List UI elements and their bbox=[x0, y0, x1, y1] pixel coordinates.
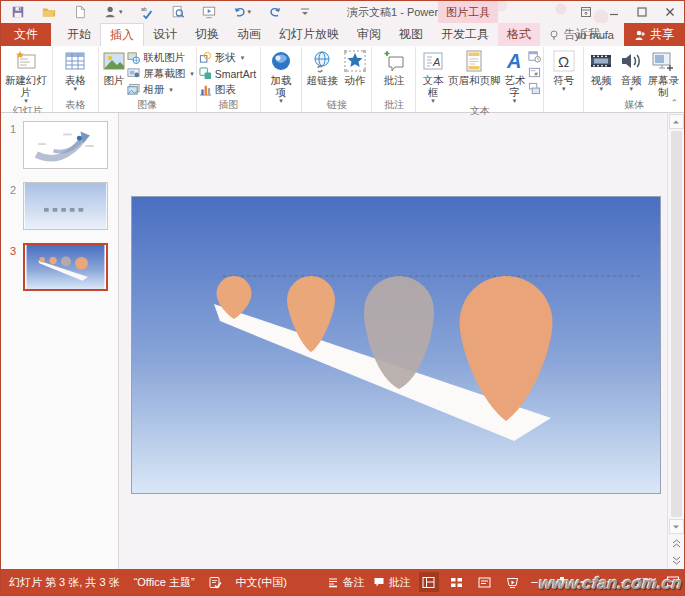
slide-thumbnail-3[interactable]: 3 bbox=[23, 243, 108, 291]
comments-toggle[interactable]: 批注 bbox=[373, 575, 411, 590]
new-document-button[interactable] bbox=[73, 3, 87, 21]
slideshow-view-icon bbox=[506, 576, 519, 589]
wordart-label: 艺术字 bbox=[501, 74, 529, 98]
screen-recording-icon bbox=[651, 49, 675, 73]
minimize-button[interactable] bbox=[600, 1, 628, 23]
maximize-button[interactable] bbox=[628, 1, 656, 23]
group-label-links: 链接 bbox=[304, 98, 369, 112]
slide-thumbnail-1[interactable]: 1 bbox=[23, 121, 108, 169]
open-button[interactable] bbox=[42, 3, 56, 21]
object-icon[interactable] bbox=[528, 82, 541, 95]
tab-file[interactable]: 文件 bbox=[1, 23, 51, 46]
add-ins-button[interactable]: 加载项 bbox=[266, 47, 296, 104]
spelling-button[interactable]: ab bbox=[140, 3, 154, 21]
redo-button[interactable] bbox=[268, 3, 282, 21]
tab-design[interactable]: 设计 bbox=[144, 23, 186, 46]
start-slideshow-button[interactable] bbox=[202, 3, 216, 21]
scrollbar-thumb[interactable] bbox=[671, 131, 682, 517]
tab-slideshow[interactable]: 幻灯片放映 bbox=[270, 23, 348, 46]
slide-editing-area[interactable] bbox=[119, 113, 667, 569]
normal-view-button[interactable] bbox=[419, 572, 439, 592]
screen-recording-button[interactable]: 屏幕录制 bbox=[646, 47, 680, 98]
audio-button[interactable]: 音频 bbox=[616, 47, 646, 92]
screen-recording-label: 屏幕录制 bbox=[646, 74, 680, 98]
tab-home[interactable]: 开始 bbox=[58, 23, 100, 46]
slide-canvas[interactable] bbox=[132, 197, 660, 493]
previous-slide-button[interactable] bbox=[669, 536, 684, 551]
hyperlink-icon bbox=[310, 49, 334, 73]
print-preview-button[interactable] bbox=[171, 3, 185, 21]
proofing-status[interactable] bbox=[209, 576, 222, 589]
zoom-percentage[interactable]: 57% bbox=[636, 576, 658, 588]
audio-icon bbox=[619, 49, 643, 73]
ribbon-display-options-button[interactable] bbox=[572, 1, 600, 23]
tab-animations[interactable]: 动画 bbox=[228, 23, 270, 46]
action-button[interactable]: 动作 bbox=[340, 47, 370, 86]
slideshow-view-button[interactable] bbox=[503, 572, 523, 592]
slide-number-icon[interactable]: # bbox=[528, 66, 541, 79]
shapes-button[interactable]: 形状 bbox=[199, 50, 256, 65]
new-slide-button[interactable]: 新建幻灯片 bbox=[5, 47, 47, 104]
online-pictures-button[interactable]: 联机图片 bbox=[127, 50, 194, 65]
person-icon bbox=[104, 5, 118, 19]
tab-review[interactable]: 审阅 bbox=[348, 23, 390, 46]
language-status[interactable]: 中文(中国) bbox=[236, 575, 287, 590]
video-button[interactable]: 视频 bbox=[586, 47, 616, 92]
slide-1-preview bbox=[23, 121, 108, 169]
user-name[interactable]: yu mufa bbox=[565, 23, 624, 46]
next-slide-button[interactable] bbox=[669, 553, 684, 568]
text-box-label: 文本框 bbox=[418, 74, 447, 98]
tab-picture-format[interactable]: 格式 bbox=[498, 23, 540, 46]
zoom-in-button[interactable]: + bbox=[620, 576, 628, 589]
close-icon bbox=[664, 6, 676, 18]
group-table: 表格 表格 bbox=[53, 47, 99, 112]
slide-thumbnail-2[interactable]: 2 bbox=[23, 182, 108, 230]
notes-toggle[interactable]: 备注 bbox=[327, 575, 365, 590]
tab-transitions[interactable]: 切换 bbox=[186, 23, 228, 46]
arrow-up-icon bbox=[672, 118, 680, 126]
close-button[interactable] bbox=[656, 1, 684, 23]
symbol-label: 符号 bbox=[553, 74, 574, 86]
dropdown-arrow-icon: ▾ bbox=[119, 8, 123, 16]
slide-counter[interactable]: 幻灯片 第 3 张, 共 3 张 bbox=[9, 575, 120, 590]
group-label-media: 媒体 bbox=[586, 98, 682, 112]
customize-qat-button[interactable] bbox=[299, 3, 311, 21]
pictures-button[interactable]: 图片 bbox=[101, 47, 127, 86]
date-time-icon[interactable] bbox=[528, 50, 541, 63]
collapse-ribbon-button[interactable]: ⌃ bbox=[670, 98, 678, 108]
hyperlink-button[interactable]: 超链接 bbox=[304, 47, 339, 86]
quick-access-toolbar: ▾ ab ▾ bbox=[1, 3, 311, 21]
fit-slide-button[interactable] bbox=[666, 575, 680, 590]
zoom-slider[interactable] bbox=[546, 581, 612, 583]
tab-insert[interactable]: 插入 bbox=[100, 23, 144, 46]
scroll-up-button[interactable] bbox=[669, 114, 684, 129]
tab-developer[interactable]: 开发工具 bbox=[432, 23, 498, 46]
smartart-button[interactable]: SmartArt bbox=[199, 66, 256, 81]
text-box-button[interactable]: A 文本框 bbox=[418, 47, 447, 104]
group-illustrations: 形状 SmartArt 图表 插图 bbox=[197, 47, 261, 112]
symbol-button[interactable]: Ω 符号 bbox=[549, 47, 579, 92]
maximize-icon bbox=[636, 6, 648, 18]
save-button[interactable] bbox=[11, 3, 25, 21]
slide-thumbnail-panel: 1 2 bbox=[1, 113, 119, 569]
chart-button[interactable]: 图表 bbox=[199, 82, 256, 97]
action-icon bbox=[343, 49, 367, 73]
header-footer-button[interactable]: 页眉和页脚 bbox=[448, 47, 501, 86]
presenter-button[interactable]: ▾ bbox=[104, 3, 123, 21]
tab-view[interactable]: 视图 bbox=[390, 23, 432, 46]
ribbon-tab-bar: 文件 开始 插入 设计 切换 动画 幻灯片放映 审阅 视图 开发工具 格式 告诉… bbox=[1, 23, 684, 46]
double-chevron-up-icon bbox=[672, 539, 681, 548]
share-button[interactable]: 共享 bbox=[624, 23, 684, 46]
comment-button[interactable]: 批注 bbox=[377, 47, 411, 86]
zoom-slider-thumb[interactable] bbox=[560, 577, 564, 587]
reading-view-button[interactable] bbox=[475, 572, 495, 592]
wordart-button[interactable]: A 艺术字 bbox=[501, 47, 529, 104]
shapes-label: 形状 bbox=[215, 51, 236, 65]
table-button[interactable]: 表格 bbox=[58, 47, 92, 92]
slide-sorter-view-button[interactable] bbox=[447, 572, 467, 592]
scroll-down-button[interactable] bbox=[669, 519, 684, 534]
zoom-out-button[interactable]: − bbox=[531, 576, 539, 589]
screenshot-button[interactable]: 屏幕截图 bbox=[127, 66, 194, 81]
undo-button[interactable]: ▾ bbox=[233, 3, 252, 21]
photo-album-button[interactable]: 相册 bbox=[127, 82, 194, 97]
